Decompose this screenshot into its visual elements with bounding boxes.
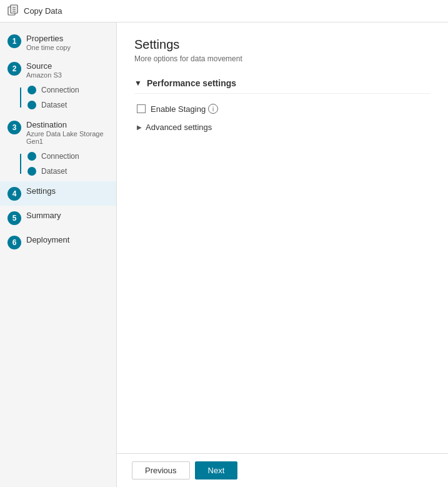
nav-badge-6: 6: [7, 236, 21, 249]
nav-sublabel-destination: Azure Data Lake Storage Gen1: [26, 130, 109, 145]
page-title: Settings: [134, 38, 431, 52]
next-button[interactable]: Next: [195, 461, 238, 479]
destination-connection[interactable]: Connection: [27, 149, 116, 164]
sidebar-item-destination[interactable]: 3 Destination Azure Data Lake Storage Ge…: [0, 115, 116, 150]
app-header: Copy Data: [0, 0, 448, 23]
destination-subitems: Connection Dataset: [0, 149, 116, 179]
destination-dataset[interactable]: Dataset: [27, 164, 116, 179]
nav-label-summary: Summary: [26, 211, 61, 220]
nav-badge-1: 1: [7, 34, 21, 48]
enable-staging-checkbox[interactable]: [137, 104, 146, 113]
sidebar-item-settings[interactable]: 4 Settings: [0, 181, 116, 206]
section-title-performance: Performance settings: [147, 78, 236, 88]
enable-staging-row: Enable Staging i: [134, 104, 431, 114]
enable-staging-text: Enable Staging: [151, 104, 206, 114]
section-collapse-icon[interactable]: ▼: [134, 79, 142, 88]
nav-badge-2: 2: [7, 62, 21, 76]
sidebar: 1 Properties One time copy 2 Source Amaz…: [0, 23, 117, 487]
nav-badge-4: 4: [7, 187, 21, 201]
app-title: Copy Data: [24, 6, 62, 16]
sidebar-item-properties[interactable]: 1 Properties One time copy: [0, 29, 116, 56]
source-dataset[interactable]: Dataset: [27, 98, 116, 113]
nav-label-deployment: Deployment: [26, 235, 69, 244]
sidebar-item-source[interactable]: 2 Source Amazon S3: [0, 56, 116, 84]
nav-sublabel-source: Amazon S3: [26, 71, 62, 79]
page-subtitle: More options for data movement: [134, 54, 431, 63]
enable-staging-label[interactable]: Enable Staging: [137, 104, 206, 114]
content-area: Settings More options for data movement …: [117, 23, 448, 487]
source-subitems: Connection Dataset: [0, 83, 116, 113]
previous-button[interactable]: Previous: [132, 461, 190, 479]
enable-staging-info-icon[interactable]: i: [208, 104, 218, 114]
nav-sublabel-properties: One time copy: [26, 44, 71, 51]
sidebar-item-deployment[interactable]: 6 Deployment: [0, 230, 116, 254]
nav-badge-5: 5: [7, 211, 21, 225]
performance-settings-header: ▼ Performance settings: [134, 78, 431, 94]
nav-label-properties: Properties: [26, 34, 71, 43]
copy-data-icon: [7, 4, 19, 18]
footer: Previous Next: [117, 453, 448, 487]
nav-label-destination: Destination: [26, 120, 109, 129]
nav-badge-3: 3: [7, 121, 21, 134]
nav-label-source: Source: [26, 61, 62, 71]
sidebar-item-summary[interactable]: 5 Summary: [0, 206, 116, 230]
main-layout: 1 Properties One time copy 2 Source Amaz…: [0, 23, 448, 487]
expand-arrow-icon: ▶: [137, 124, 142, 131]
nav-label-settings: Settings: [26, 186, 56, 196]
source-connection[interactable]: Connection: [27, 83, 116, 98]
advanced-settings-row[interactable]: ▶ Advanced settings: [134, 123, 431, 132]
advanced-settings-label: Advanced settings: [146, 123, 212, 132]
content-scroll: Settings More options for data movement …: [117, 23, 448, 453]
